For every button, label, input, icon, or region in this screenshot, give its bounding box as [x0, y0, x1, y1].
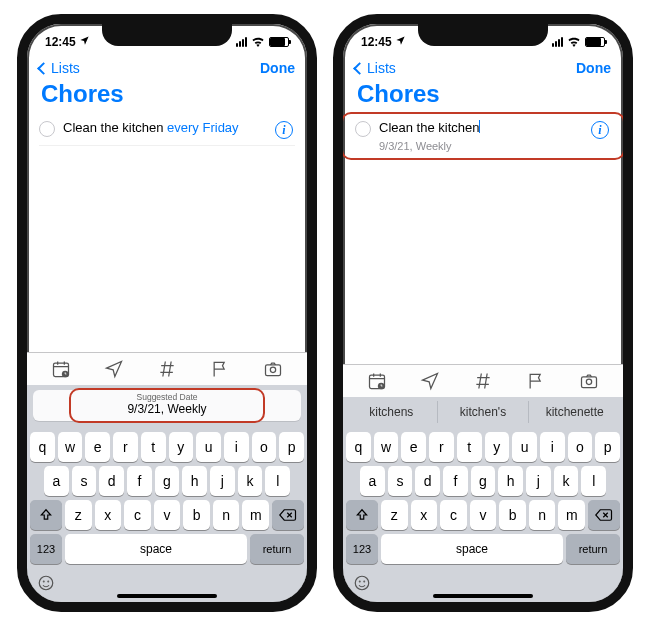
- key-z[interactable]: z: [381, 500, 408, 530]
- key-p[interactable]: p: [595, 432, 620, 462]
- emoji-key[interactable]: [353, 578, 371, 595]
- key-w[interactable]: w: [374, 432, 399, 462]
- key-f[interactable]: f: [443, 466, 468, 496]
- back-label: Lists: [367, 60, 396, 76]
- key-r[interactable]: r: [113, 432, 138, 462]
- key-k[interactable]: k: [554, 466, 579, 496]
- hashtag-icon[interactable]: [157, 359, 177, 379]
- key-u[interactable]: u: [196, 432, 221, 462]
- back-button[interactable]: Lists: [39, 60, 80, 76]
- backspace-key[interactable]: [272, 500, 304, 530]
- flag-icon[interactable]: [210, 359, 230, 379]
- reminder-complete-radio[interactable]: [39, 121, 55, 137]
- back-label: Lists: [51, 60, 80, 76]
- location-arrow-icon: [79, 35, 90, 49]
- key-q[interactable]: q: [30, 432, 55, 462]
- key-l[interactable]: l: [581, 466, 606, 496]
- key-g[interactable]: g: [471, 466, 496, 496]
- flag-icon[interactable]: [526, 371, 546, 391]
- key-r[interactable]: r: [429, 432, 454, 462]
- key-c[interactable]: c: [440, 500, 467, 530]
- key-u[interactable]: u: [512, 432, 537, 462]
- key-m[interactable]: m: [558, 500, 585, 530]
- key-i[interactable]: i: [224, 432, 249, 462]
- space-key[interactable]: space: [381, 534, 563, 564]
- key-d[interactable]: d: [415, 466, 440, 496]
- key-o[interactable]: o: [568, 432, 593, 462]
- key-z[interactable]: z: [65, 500, 92, 530]
- key-e[interactable]: e: [85, 432, 110, 462]
- backspace-key[interactable]: [588, 500, 620, 530]
- key-i[interactable]: i: [540, 432, 565, 462]
- text-cursor: [479, 120, 480, 133]
- suggested-date-pill[interactable]: Suggested Date 9/3/21, Weekly: [33, 390, 301, 421]
- shift-key[interactable]: [346, 500, 378, 530]
- key-f[interactable]: f: [127, 466, 152, 496]
- done-button[interactable]: Done: [576, 60, 611, 76]
- key-b[interactable]: b: [183, 500, 210, 530]
- key-d[interactable]: d: [99, 466, 124, 496]
- numeric-key[interactable]: 123: [346, 534, 378, 564]
- key-x[interactable]: x: [411, 500, 438, 530]
- reminder-row[interactable]: Clean the kitchen 9/3/21, Weekly i: [355, 114, 611, 159]
- key-t[interactable]: t: [457, 432, 482, 462]
- key-t[interactable]: t: [141, 432, 166, 462]
- done-button[interactable]: Done: [260, 60, 295, 76]
- camera-icon[interactable]: [263, 359, 283, 379]
- home-indicator[interactable]: [117, 594, 217, 598]
- key-s[interactable]: s: [388, 466, 413, 496]
- reminder-complete-radio[interactable]: [355, 121, 371, 137]
- reminder-details-button[interactable]: i: [591, 121, 609, 139]
- key-s[interactable]: s: [72, 466, 97, 496]
- notch: [102, 24, 232, 46]
- key-v[interactable]: v: [154, 500, 181, 530]
- location-icon[interactable]: [420, 371, 440, 391]
- key-p[interactable]: p: [279, 432, 304, 462]
- key-v[interactable]: v: [470, 500, 497, 530]
- back-button[interactable]: Lists: [355, 60, 396, 76]
- prediction-2[interactable]: kitchen's: [438, 401, 530, 423]
- key-c[interactable]: c: [124, 500, 151, 530]
- return-key[interactable]: return: [250, 534, 304, 564]
- prediction-3[interactable]: kitchenette: [529, 401, 620, 423]
- key-n[interactable]: n: [213, 500, 240, 530]
- reminder-details-button[interactable]: i: [275, 121, 293, 139]
- key-g[interactable]: g: [155, 466, 180, 496]
- key-h[interactable]: h: [498, 466, 523, 496]
- key-k[interactable]: k: [238, 466, 263, 496]
- reminder-text-input[interactable]: Clean the kitchen 9/3/21, Weekly: [379, 120, 583, 153]
- calendar-icon[interactable]: [51, 359, 71, 379]
- emoji-key[interactable]: [37, 578, 55, 595]
- keyboard: qwertyuiop asdfghjkl zxcvbnm 123 space r…: [27, 426, 307, 572]
- hashtag-icon[interactable]: [473, 371, 493, 391]
- key-m[interactable]: m: [242, 500, 269, 530]
- key-l[interactable]: l: [265, 466, 290, 496]
- key-a[interactable]: a: [44, 466, 69, 496]
- key-b[interactable]: b: [499, 500, 526, 530]
- key-y[interactable]: y: [485, 432, 510, 462]
- reminder-row[interactable]: Clean the kitchen every Friday i: [39, 114, 295, 146]
- key-j[interactable]: j: [210, 466, 235, 496]
- key-o[interactable]: o: [252, 432, 277, 462]
- key-x[interactable]: x: [95, 500, 122, 530]
- prediction-1[interactable]: kitchens: [346, 401, 438, 423]
- key-n[interactable]: n: [529, 500, 556, 530]
- reminder-plain-text: Clean the kitchen: [63, 120, 167, 135]
- shift-key[interactable]: [30, 500, 62, 530]
- key-y[interactable]: y: [169, 432, 194, 462]
- numeric-key[interactable]: 123: [30, 534, 62, 564]
- key-e[interactable]: e: [401, 432, 426, 462]
- key-a[interactable]: a: [360, 466, 385, 496]
- key-h[interactable]: h: [182, 466, 207, 496]
- key-q[interactable]: q: [346, 432, 371, 462]
- key-j[interactable]: j: [526, 466, 551, 496]
- key-w[interactable]: w: [58, 432, 83, 462]
- calendar-icon[interactable]: [367, 371, 387, 391]
- location-icon[interactable]: [104, 359, 124, 379]
- home-indicator[interactable]: [433, 594, 533, 598]
- svg-point-6: [48, 581, 49, 582]
- space-key[interactable]: space: [65, 534, 247, 564]
- camera-icon[interactable]: [579, 371, 599, 391]
- reminder-text-input[interactable]: Clean the kitchen every Friday: [63, 120, 267, 137]
- return-key[interactable]: return: [566, 534, 620, 564]
